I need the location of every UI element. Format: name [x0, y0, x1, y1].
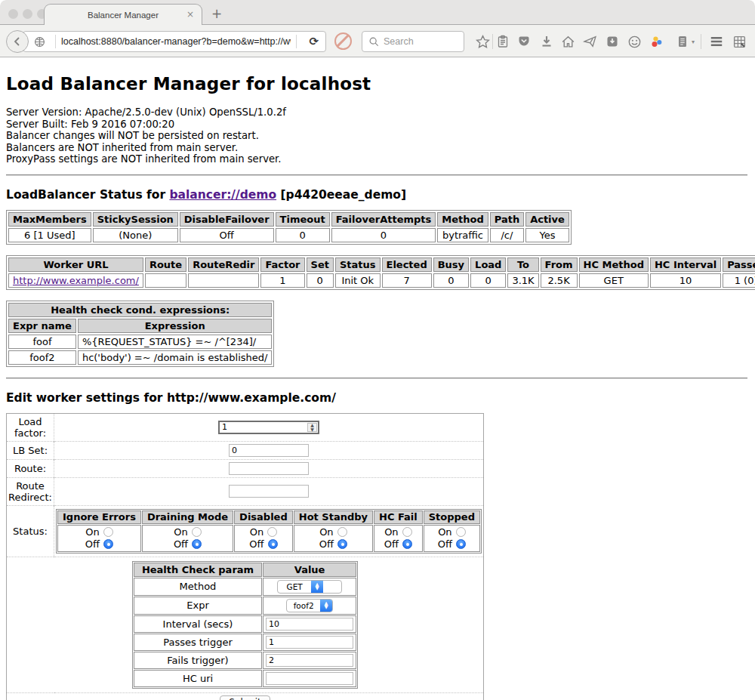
- on-label: On: [384, 526, 398, 538]
- form-row-route-redirect: Route Redirect:: [7, 477, 484, 505]
- lb-set-input[interactable]: [229, 444, 309, 457]
- table-header-row: MaxMembers StickySession DisableFailover…: [8, 212, 569, 227]
- submit-button[interactable]: Submit: [220, 695, 270, 700]
- hc-row-interval: Interval (secs): [134, 615, 356, 633]
- feedback-smiley-icon[interactable]: [626, 33, 643, 50]
- radio-hc-fail-on[interactable]: [402, 527, 412, 537]
- balancer-link[interactable]: balancer://demo: [169, 188, 276, 202]
- lb-set-field-cell: [54, 441, 484, 459]
- off-label: Off: [85, 538, 100, 550]
- route-input[interactable]: [229, 462, 309, 475]
- hc-method-cell: GET ▲▼: [263, 578, 356, 596]
- col-header: Route: [145, 257, 186, 272]
- radio-hot-standby-on[interactable]: [337, 527, 347, 537]
- col-header: Set: [307, 257, 334, 272]
- reload-button[interactable]: ⟳: [302, 35, 325, 48]
- hc-expr-cell: foof2 ▲▼: [263, 597, 356, 615]
- off-label: Off: [438, 538, 452, 550]
- send-icon[interactable]: [581, 33, 598, 50]
- cell-value: Init Ok: [335, 273, 381, 288]
- cell-value: (None): [93, 228, 178, 242]
- on-label: On: [250, 526, 263, 538]
- select-stepper-icon: ▲▼: [320, 599, 332, 612]
- lb-status-heading-prefix: LoadBalancer Status for: [6, 188, 169, 202]
- url-divider: [296, 35, 297, 48]
- browser-tab[interactable]: Balancer Manager ×: [44, 4, 202, 25]
- cell-value: bytraffic: [437, 228, 488, 242]
- col-header: Ignore Errors: [57, 510, 141, 524]
- on-label: On: [438, 526, 451, 538]
- radio-disabled-off[interactable]: [268, 539, 278, 549]
- cell-value: 1: [260, 273, 304, 288]
- table-header-row: Ignore Errors Draining Mode Disabled Hot…: [57, 510, 480, 524]
- url-bar[interactable]: localhost:8880/balancer-manager?b=demo&w…: [23, 31, 326, 52]
- hc-row-expr: Expr foof2 ▲▼: [134, 597, 356, 615]
- radio-stopped-on[interactable]: [456, 527, 466, 537]
- bookmark-star-icon[interactable]: [474, 33, 491, 50]
- health-check-table: Health Check param Value Method GET ▲▼: [132, 561, 358, 689]
- new-tab-button[interactable]: +: [211, 6, 222, 21]
- url-text[interactable]: localhost:8880/balancer-manager?b=demo&w…: [61, 36, 291, 47]
- browser-window: Balancer Manager × + localhost:8880/bala…: [0, 0, 755, 700]
- on-label: On: [319, 526, 333, 538]
- radio-hot-standby-off[interactable]: [337, 539, 347, 549]
- content-blocked-icon[interactable]: [334, 32, 352, 50]
- hc-passes-label: Passes trigger: [134, 634, 262, 651]
- col-header: Path: [490, 212, 524, 227]
- health-check-cell: Health Check param Value Method GET ▲▼: [7, 557, 484, 692]
- url-divider: [55, 35, 56, 48]
- hc-uri-input[interactable]: [266, 672, 353, 685]
- notes-dropdown-caret[interactable]: ▾: [692, 39, 695, 45]
- load-factor-field-cell: ▲▼: [54, 413, 484, 441]
- form-row-route: Route:: [7, 459, 484, 477]
- radio-draining-mode-off[interactable]: [192, 539, 202, 549]
- color-dots-icon[interactable]: [648, 33, 664, 50]
- route-field-cell: [54, 459, 484, 477]
- hc-uri-cell: [263, 670, 356, 687]
- hc-method-select[interactable]: GET ▲▼: [277, 580, 342, 594]
- selected-option: foof2: [287, 601, 320, 610]
- window-minimize-button[interactable]: [23, 9, 32, 19]
- hc-expr-select[interactable]: foof2 ▲▼: [286, 599, 333, 612]
- radio-stopped-off[interactable]: [456, 539, 466, 549]
- save-to-device-icon[interactable]: [604, 33, 621, 50]
- cell-value: 0: [276, 228, 330, 242]
- col-header: HC Interval: [650, 257, 721, 272]
- col-header: Elected: [382, 257, 432, 272]
- col-header: Draining Mode: [142, 510, 233, 524]
- pocket-icon[interactable]: [516, 33, 532, 50]
- hc-row-uri: HC uri: [134, 670, 356, 687]
- back-button[interactable]: [6, 30, 29, 53]
- cell-value: GET: [579, 273, 649, 288]
- expr-table-title: Health check cond. expressions:: [8, 303, 272, 317]
- apps-grid-icon[interactable]: [731, 33, 747, 50]
- worker-url-link[interactable]: http://www.example.com/: [13, 275, 139, 286]
- hc-interval-input[interactable]: [266, 618, 353, 631]
- cell-value: [145, 273, 186, 288]
- tab-close-icon[interactable]: ×: [186, 9, 194, 20]
- radio-disabled-on[interactable]: [267, 527, 277, 537]
- radio-hc-fail-off[interactable]: [402, 539, 412, 549]
- search-input[interactable]: [384, 36, 458, 47]
- window-close-button[interactable]: [8, 9, 18, 19]
- load-factor-input[interactable]: [220, 422, 307, 433]
- downloads-icon[interactable]: [538, 33, 555, 50]
- proxypass-note-line: ProxyPass settings are NOT inherited fro…: [6, 153, 747, 165]
- notes-icon[interactable]: [674, 33, 691, 50]
- radio-ignore-errors-on[interactable]: [103, 527, 113, 537]
- status-cell-draining-mode: On Off: [142, 525, 233, 552]
- reading-list-icon[interactable]: [495, 33, 511, 50]
- menu-icon[interactable]: [708, 33, 725, 50]
- search-box[interactable]: [362, 31, 464, 52]
- number-spinner-icon[interactable]: ▲▼: [307, 423, 317, 432]
- status-label: Status:: [7, 505, 54, 557]
- home-icon[interactable]: [559, 33, 576, 50]
- route-redirect-input[interactable]: [229, 485, 309, 498]
- hc-passes-input[interactable]: [266, 636, 353, 649]
- hc-fails-label: Fails trigger): [134, 652, 262, 669]
- radio-draining-mode-on[interactable]: [192, 527, 202, 537]
- radio-ignore-errors-off[interactable]: [103, 539, 113, 549]
- back-icon: [11, 35, 23, 48]
- hc-fails-input[interactable]: [266, 654, 353, 667]
- col-header: Method: [437, 212, 488, 227]
